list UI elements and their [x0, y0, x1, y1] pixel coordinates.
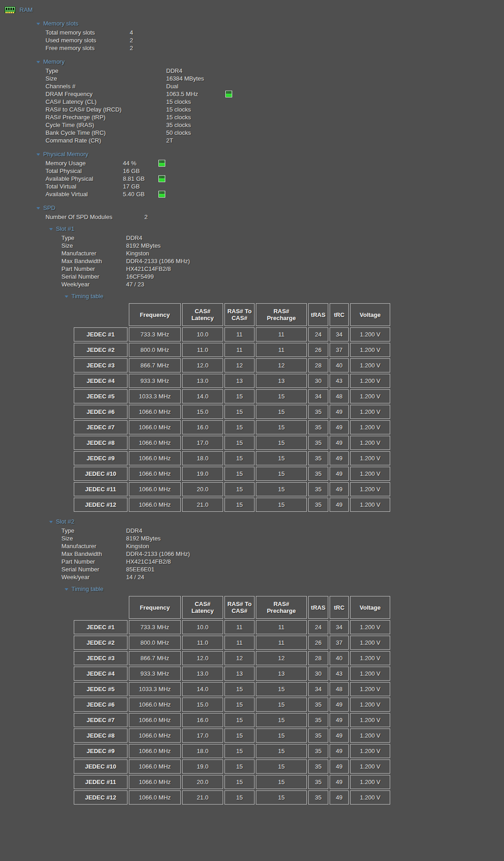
timing-table-row: JEDEC #7 1066.0 MHz 16.0 15 15 35 49 1.2…	[74, 420, 390, 434]
cell-ras-precharge: 15	[256, 698, 307, 712]
spec-row: Used memory slots 2	[0, 36, 504, 44]
cell-ras-to-cas: 12	[224, 651, 255, 665]
section-title: SPD	[43, 204, 56, 211]
cell-voltage: 1.200 V	[350, 327, 390, 341]
section-title: Memory	[43, 58, 65, 65]
spec-label: Size	[61, 242, 126, 250]
physical-memory-list: Memory Usage 44 % Total Physical 16 GB A…	[0, 159, 504, 198]
cell-frequency: 1066.0 MHz	[129, 498, 181, 512]
timing-table-row: JEDEC #2 800.0 MHz 11.0 11 11 26 37 1.20…	[74, 636, 390, 650]
timing-table-row: JEDEC #11 1066.0 MHz 20.0 15 15 35 49 1.…	[74, 482, 390, 496]
jedec-row-label: JEDEC #5	[74, 682, 127, 696]
cell-ras-precharge: 15	[256, 389, 307, 403]
section-title: Timing table	[71, 293, 103, 300]
cell-trc: 40	[330, 358, 349, 372]
spec-value: HX421C14FB2/8	[126, 558, 171, 566]
cell-trc: 37	[330, 343, 349, 357]
spec-row: DRAM Frequency 1063.5 MHz	[0, 90, 504, 98]
cell-tras: 26	[308, 343, 328, 357]
cell-tras: 35	[308, 436, 328, 450]
cell-voltage: 1.200 V	[350, 451, 390, 465]
cell-voltage: 1.200 V	[350, 744, 390, 758]
cell-tras: 35	[308, 405, 328, 419]
section-header-timing-table-slot-2[interactable]: Timing table	[0, 585, 504, 593]
spec-row: Command Rate (CR) 2T	[0, 137, 504, 144]
column-header-tras: tRAS	[308, 596, 328, 619]
spec-value: 2	[144, 213, 148, 221]
collapse-arrow-icon[interactable]	[36, 61, 40, 63]
collapse-arrow-icon[interactable]	[49, 521, 53, 523]
timing-table-row: JEDEC #8 1066.0 MHz 17.0 15 15 35 49 1.2…	[74, 436, 390, 450]
spec-value: 2T	[166, 137, 225, 144]
cell-trc: 49	[330, 467, 349, 481]
timing-table-row: JEDEC #4 933.3 MHz 13.0 13 13 30 43 1.20…	[74, 667, 390, 681]
cell-frequency: 1066.0 MHz	[129, 467, 181, 481]
timing-table-row: JEDEC #9 1066.0 MHz 18.0 15 15 35 49 1.2…	[74, 451, 390, 465]
section-header-spd[interactable]: SPD	[0, 204, 504, 212]
cell-voltage: 1.200 V	[350, 482, 390, 496]
spec-label: Command Rate (CR)	[46, 137, 166, 144]
spec-row: Manufacturer Kingston	[0, 542, 504, 550]
cell-trc: 49	[330, 498, 349, 512]
cell-trc: 49	[330, 436, 349, 450]
cell-frequency: 1033.3 MHz	[129, 682, 181, 696]
cell-frequency: 1066.0 MHz	[129, 713, 181, 727]
cell-cas-latency: 15.0	[182, 405, 223, 419]
collapse-arrow-icon[interactable]	[36, 207, 40, 209]
jedec-row-label: JEDEC #10	[74, 759, 127, 774]
cell-cas-latency: 15.0	[182, 698, 223, 712]
cell-trc: 49	[330, 713, 349, 727]
spec-value: 16CF5499	[126, 273, 154, 280]
spec-row: Bank Cycle Time (tRC) 50 clocks	[0, 129, 504, 137]
spec-value: 1063.5 MHz	[166, 90, 225, 98]
mini-graph-icon[interactable]	[158, 160, 165, 167]
cell-voltage: 1.200 V	[350, 343, 390, 357]
collapse-arrow-icon[interactable]	[65, 295, 68, 298]
cell-frequency: 800.0 MHz	[129, 636, 181, 650]
spec-value: 17 GB	[123, 183, 158, 190]
collapse-arrow-icon[interactable]	[49, 228, 53, 230]
section-header-slot-2[interactable]: Slot #2	[0, 518, 504, 525]
cell-ras-precharge: 11	[256, 620, 307, 634]
cell-cas-latency: 20.0	[182, 482, 223, 496]
cell-ras-precharge: 13	[256, 374, 307, 388]
mini-graph-icon[interactable]	[225, 91, 232, 97]
collapse-arrow-icon[interactable]	[65, 588, 68, 591]
jedec-row-label: JEDEC #2	[74, 343, 127, 357]
spec-row: Part Number HX421C14FB2/8	[0, 558, 504, 566]
section-title: Slot #2	[56, 518, 74, 525]
cell-ras-precharge: 15	[256, 451, 307, 465]
jedec-row-label: JEDEC #8	[74, 729, 127, 743]
cell-ras-to-cas: 15	[224, 729, 255, 743]
cell-cas-latency: 18.0	[182, 744, 223, 758]
spec-value: Kingston	[126, 250, 149, 257]
mini-graph-icon[interactable]	[158, 191, 165, 198]
cell-tras: 35	[308, 467, 328, 481]
cell-cas-latency: 17.0	[182, 436, 223, 450]
cell-ras-precharge: 11	[256, 327, 307, 341]
cell-frequency: 1066.0 MHz	[129, 698, 181, 712]
section-header-memory-slots[interactable]: Memory slots	[0, 20, 504, 27]
spec-label: Part Number	[61, 265, 126, 273]
slot-2-list: Type DDR4 Size 8192 MBytes Manufacturer …	[0, 527, 504, 581]
cell-trc: 49	[330, 405, 349, 419]
spec-value: DDR4	[126, 527, 142, 535]
spec-row: Total memory slots 4	[0, 29, 504, 36]
section-header-timing-table-slot-1[interactable]: Timing table	[0, 292, 504, 300]
mini-graph-icon[interactable]	[158, 175, 165, 182]
cell-frequency: 1066.0 MHz	[129, 405, 181, 419]
section-header-memory[interactable]: Memory	[0, 58, 504, 66]
cell-tras: 35	[308, 790, 328, 805]
section-header-physical-memory[interactable]: Physical Memory	[0, 150, 504, 158]
jedec-row-label: JEDEC #12	[74, 498, 127, 512]
cell-frequency: 1066.0 MHz	[129, 420, 181, 434]
collapse-arrow-icon[interactable]	[36, 153, 40, 156]
collapse-arrow-icon[interactable]	[36, 23, 40, 25]
cell-frequency: 1066.0 MHz	[129, 744, 181, 758]
column-header-ras-precharge: RAS# Precharge	[256, 303, 307, 326]
section-title: Physical Memory	[43, 151, 88, 158]
cell-voltage: 1.200 V	[350, 775, 390, 789]
timing-table-row: JEDEC #1 733.3 MHz 10.0 11 11 24 34 1.20…	[74, 620, 390, 634]
cell-cas-latency: 11.0	[182, 343, 223, 357]
section-header-slot-1[interactable]: Slot #1	[0, 225, 504, 233]
